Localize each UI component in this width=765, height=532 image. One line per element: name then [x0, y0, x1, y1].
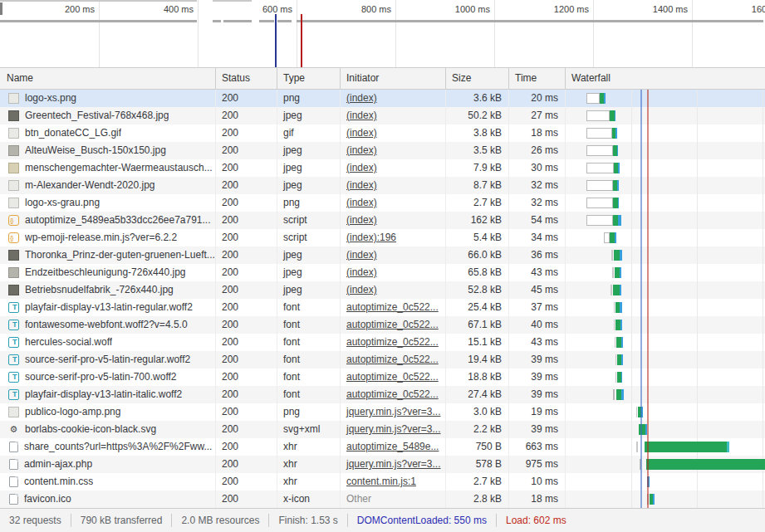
- table-row[interactable]: Thoronka_Prinz-der-guten-gruenen-Lueft..…: [0, 246, 765, 264]
- initiator-link[interactable]: autoptimize_0c522...: [346, 371, 439, 383]
- column-header-status[interactable]: Status: [215, 68, 277, 89]
- initiator-link[interactable]: (index): [346, 162, 377, 173]
- table-row[interactable]: Betriebsnudelfabrik_-726x440.jpg200jpeg(…: [0, 281, 765, 299]
- name-cell: playfair-display-v13-latin-italic.woff2: [0, 386, 215, 403]
- status-cell: 200: [215, 438, 277, 456]
- initiator-link[interactable]: autoptimize_0c522...: [346, 354, 439, 365]
- request-name: Betriebsnudelfabrik_-726x440.jpg: [25, 281, 174, 299]
- waterfall-gridline: [763, 351, 763, 368]
- table-row[interactable]: playfair-display-v13-latin-italic.woff22…: [0, 386, 765, 403]
- table-row[interactable]: Endzeitbeschleunigung-726x440.jpg200jpeg…: [0, 264, 765, 281]
- waterfall-bar-blue: [618, 215, 621, 226]
- waterfall-bar-gray: [615, 372, 616, 383]
- initiator-link[interactable]: (index): [346, 214, 377, 226]
- column-header-type[interactable]: Type: [277, 68, 340, 89]
- network-overview[interactable]: 200 ms400 ms600 ms800 ms1000 ms1200 ms14…: [0, 0, 765, 68]
- initiator-link[interactable]: (index): [346, 197, 377, 208]
- waterfall-gridline: [763, 159, 763, 177]
- initiator-link[interactable]: (index): [346, 92, 377, 104]
- initiator-link[interactable]: autoptimize_5489e...: [346, 441, 439, 452]
- table-row[interactable]: admin-ajax.php200xhrjquery.min.js?ver=3.…: [0, 456, 765, 473]
- initiator-link[interactable]: (index): [346, 144, 377, 156]
- table-row[interactable]: logo-xs-grau.png200png(index)2.7 kB32 ms: [0, 194, 765, 212]
- initiator-link[interactable]: autoptimize_0c522...: [346, 336, 439, 348]
- column-header-waterfall[interactable]: Waterfall: [565, 68, 765, 89]
- time-cell: 32 ms: [508, 194, 565, 212]
- initiator-link[interactable]: (index): [346, 266, 377, 278]
- image-thumbnail-icon: [8, 128, 19, 139]
- table-row[interactable]: content.min.css200xhrcontent.min.js:12.7…: [0, 473, 765, 491]
- status-cell: 200: [215, 90, 277, 107]
- initiator-link[interactable]: (index): [346, 179, 377, 191]
- waterfall-bar-blue: [620, 302, 622, 313]
- overview-drag-handle[interactable]: [0, 2, 2, 15]
- image-thumbnail-icon: [8, 198, 19, 208]
- initiator-link[interactable]: (index): [346, 127, 377, 139]
- table-row[interactable]: source-serif-pro-v5-latin-regular.woff22…: [0, 351, 765, 368]
- waterfall-bar-stalled: [586, 163, 614, 173]
- time-cell: 27 ms: [508, 107, 565, 124]
- overview-waterfall-segment: [0, 0, 197, 2]
- type-cell: jpeg: [277, 246, 340, 264]
- initiator-link[interactable]: jquery.min.js?ver=3...: [346, 423, 441, 435]
- load-event-line: [647, 473, 649, 491]
- request-name: Greentech_Festival-768x468.jpg: [25, 107, 169, 124]
- status-bar-item: 32 requests: [0, 514, 71, 527]
- table-row[interactable]: publico-logo-amp.png200pngjquery.min.js?…: [0, 403, 765, 421]
- table-row[interactable]: autoptimize_5489ea5b33dcc26ee7a791...200…: [0, 212, 765, 229]
- table-row[interactable]: AlteuWeise_Busch-150x150.jpg200jpeg(inde…: [0, 142, 765, 159]
- load-event-line: [647, 107, 649, 124]
- table-row[interactable]: Greentech_Festival-768x468.jpg200jpeg(in…: [0, 107, 765, 124]
- table-row[interactable]: playfair-display-v13-latin-regular.woff2…: [0, 299, 765, 316]
- table-row[interactable]: borlabs-cookie-icon-black.svg200svg+xmlj…: [0, 421, 765, 438]
- table-row[interactable]: btn_donateCC_LG.gif200gif(index)3.8 kB18…: [0, 124, 765, 142]
- waterfall-bar-gray: [615, 337, 615, 348]
- name-cell: Greentech_Festival-768x468.jpg: [0, 107, 215, 124]
- requests-table: logo-xs.png200png(index)3.6 kB20 msGreen…: [0, 90, 765, 508]
- table-row[interactable]: fontawesome-webfont.woff2?v=4.5.0200font…: [0, 316, 765, 334]
- initiator-link[interactable]: jquery.min.js?ver=3...: [346, 458, 441, 470]
- column-header-time[interactable]: Time: [508, 68, 565, 89]
- initiator-cell: autoptimize_0c522...: [340, 368, 445, 386]
- table-row[interactable]: source-serif-pro-v5-latin-700.woff2200fo…: [0, 368, 765, 386]
- waterfall-gridline: [763, 334, 763, 351]
- waterfall-bar-gray: [614, 302, 615, 313]
- waterfall-cell: [565, 368, 765, 386]
- status-bar: 32 requests790 kB transferred2.0 MB reso…: [0, 508, 765, 532]
- initiator-link[interactable]: autoptimize_0c522...: [346, 388, 439, 400]
- type-cell: x-icon: [277, 491, 340, 508]
- initiator-cell: autoptimize_0c522...: [340, 334, 445, 351]
- dom-content-loaded-line: [640, 334, 642, 351]
- size-cell: 2.7 kB: [445, 473, 508, 491]
- waterfall-gridline: [763, 491, 763, 508]
- initiator-link[interactable]: autoptimize_0c522...: [346, 301, 439, 313]
- initiator-link[interactable]: (index):196: [346, 232, 396, 243]
- table-row[interactable]: wp-emoji-release.min.js?ver=6.2.2200scri…: [0, 229, 765, 246]
- initiator-link[interactable]: content.min.js:1: [346, 476, 416, 487]
- font-file-icon: [8, 389, 19, 400]
- table-row[interactable]: menschengemachter-Waermeaustausch...200j…: [0, 159, 765, 177]
- load-event-line: [647, 229, 649, 246]
- table-row[interactable]: hercules-social.woff200fontautoptimize_0…: [0, 334, 765, 351]
- column-header-size[interactable]: Size: [445, 68, 508, 89]
- name-cell: Endzeitbeschleunigung-726x440.jpg: [0, 264, 215, 281]
- table-row[interactable]: favicon.ico200x-iconOther2.8 kB18 ms: [0, 491, 765, 508]
- column-header-name[interactable]: Name: [0, 68, 215, 89]
- waterfall-gridline: [631, 142, 632, 159]
- initiator-link[interactable]: jquery.min.js?ver=3...: [346, 406, 441, 417]
- initiator-link[interactable]: autoptimize_0c522...: [346, 319, 439, 330]
- status-bar-item: 2.0 MB resources: [171, 514, 268, 527]
- waterfall-gridline: [697, 403, 698, 421]
- waterfall-bar-blue: [615, 110, 615, 121]
- table-row[interactable]: logo-xs.png200png(index)3.6 kB20 ms: [0, 90, 765, 107]
- initiator-link[interactable]: (index): [346, 284, 377, 295]
- table-row[interactable]: m-Alexander-Wendt-2020.jpg200jpeg(index)…: [0, 177, 765, 194]
- initiator-link[interactable]: (index): [346, 249, 377, 261]
- table-row[interactable]: share_counts?url=https%3A%2F%2Fww...200x…: [0, 438, 765, 456]
- column-header-initiator[interactable]: Initiator: [340, 68, 445, 89]
- status-cell: 200: [215, 107, 277, 124]
- waterfall-cell: [565, 316, 765, 334]
- load-event-line: [647, 159, 649, 177]
- size-cell: 19.4 kB: [445, 351, 508, 368]
- initiator-link[interactable]: (index): [346, 110, 377, 121]
